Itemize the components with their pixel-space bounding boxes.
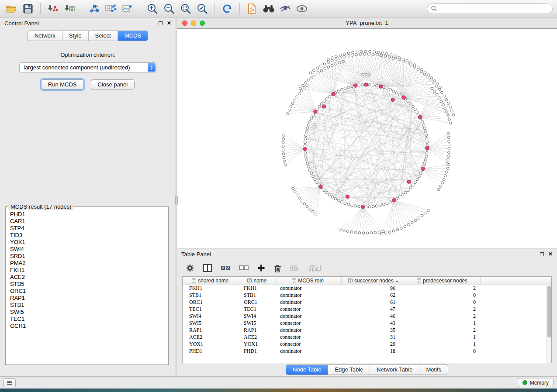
cell-MCDS-role[interactable]: dominator bbox=[276, 347, 341, 354]
mcds-result-item[interactable]: STB5 bbox=[10, 281, 164, 288]
cell-name[interactable]: ORC1 bbox=[240, 299, 276, 306]
cell-successor-nodes[interactable]: 35 bbox=[341, 327, 406, 334]
cell-successor-nodes[interactable]: 61 bbox=[341, 299, 406, 306]
cell-predecessor-nodes[interactable]: 0 bbox=[406, 299, 480, 306]
import-network-icon[interactable] bbox=[46, 3, 60, 15]
mcds-result-item[interactable]: ORC1 bbox=[10, 288, 164, 295]
save-session-icon[interactable] bbox=[21, 3, 35, 15]
mcds-result-item[interactable]: CAR1 bbox=[10, 218, 164, 225]
mcds-result-item[interactable]: TID3 bbox=[10, 232, 164, 239]
tab-network[interactable]: Network bbox=[28, 31, 62, 41]
open-folder-icon[interactable] bbox=[4, 3, 18, 15]
mcds-result-item[interactable]: YOX1 bbox=[10, 239, 164, 246]
cell-MCDS-role[interactable]: connector bbox=[276, 320, 341, 327]
cell-predecessor-nodes[interactable]: 2 bbox=[406, 327, 480, 334]
cell-name[interactable]: RAP1 bbox=[240, 327, 276, 334]
scrollbar-thumb[interactable] bbox=[547, 286, 551, 337]
export-image-icon[interactable] bbox=[121, 3, 135, 15]
find-binoculars-icon[interactable] bbox=[262, 3, 276, 15]
zoom-out-icon[interactable] bbox=[162, 3, 176, 15]
mcds-result-item[interactable]: PMA2 bbox=[10, 260, 164, 267]
column-header-predecessor-nodes[interactable]: predecessor nodes bbox=[406, 277, 480, 285]
cell-name[interactable]: PHD1 bbox=[240, 347, 276, 354]
cell-name[interactable]: SWI4 bbox=[240, 313, 276, 320]
window-minimize-button[interactable] bbox=[191, 21, 196, 26]
cell-predecessor-nodes[interactable]: 1 bbox=[406, 340, 480, 347]
cell-name[interactable]: STB1 bbox=[240, 292, 276, 299]
delete-column-trash-icon[interactable] bbox=[274, 264, 281, 272]
cell-predecessor-nodes[interactable]: 2 bbox=[406, 313, 480, 320]
column-header-MCDS-role[interactable]: MCDS role bbox=[276, 277, 341, 285]
network-canvas[interactable] bbox=[177, 29, 557, 248]
cell-successor-nodes[interactable]: 18 bbox=[341, 347, 406, 354]
cell-predecessor-nodes[interactable]: 0 bbox=[406, 292, 480, 299]
mcds-result-item[interactable]: STB1 bbox=[10, 302, 164, 309]
column-header-successor-nodes[interactable]: successor nodes bbox=[341, 277, 406, 285]
new-network-icon[interactable] bbox=[87, 3, 101, 15]
column-header-name[interactable]: name bbox=[240, 277, 276, 285]
table-settings-gear-icon[interactable] bbox=[186, 264, 194, 272]
tab-node-table[interactable]: Node Table bbox=[286, 365, 329, 375]
cell-name[interactable]: FKH1 bbox=[240, 285, 276, 292]
cell-successor-nodes[interactable]: 47 bbox=[341, 306, 406, 313]
cell-successor-nodes[interactable]: 29 bbox=[341, 340, 406, 347]
cell-successor-nodes[interactable]: 43 bbox=[341, 320, 406, 327]
column-header-shared-name[interactable]: shared name bbox=[183, 277, 240, 285]
mcds-result-list[interactable]: PHD1CAR1STP4TID3YOX1SWI4SRD1PMA2FKH1ACE2… bbox=[6, 210, 168, 364]
mcds-result-item[interactable]: PHD1 bbox=[10, 211, 164, 218]
window-zoom-button[interactable] bbox=[200, 21, 205, 26]
cell-MCDS-role[interactable]: connector bbox=[276, 334, 341, 340]
table-scrollbar[interactable] bbox=[547, 285, 551, 363]
table-row[interactable]: YOX1YOX1connector291 bbox=[183, 340, 551, 347]
table-row[interactable]: PHD1PHD1dominator180 bbox=[183, 347, 551, 354]
cell-shared-name[interactable]: RAP1 bbox=[183, 327, 240, 334]
table-row[interactable]: TEC1TEC1connector472 bbox=[183, 306, 551, 313]
cell-predecessor-nodes[interactable]: 2 bbox=[406, 285, 480, 292]
table-row[interactable]: SWI5SWI5connector431 bbox=[183, 320, 551, 327]
tab-network-table[interactable]: Network Table bbox=[370, 365, 419, 375]
float-table-panel-icon[interactable] bbox=[540, 252, 544, 256]
menu-list-icon[interactable] bbox=[3, 378, 16, 387]
cell-successor-nodes[interactable]: 96 bbox=[341, 285, 406, 292]
cell-MCDS-role[interactable]: dominator bbox=[276, 313, 341, 320]
share-document-icon[interactable] bbox=[245, 3, 259, 15]
splitter-handle-icon[interactable] bbox=[175, 196, 178, 205]
cell-MCDS-role[interactable]: connector bbox=[276, 340, 341, 347]
cell-shared-name[interactable]: ACE2 bbox=[183, 334, 240, 340]
tab-edge-table[interactable]: Edge Table bbox=[328, 365, 370, 375]
cell-shared-name[interactable]: YOX1 bbox=[183, 340, 240, 347]
cell-shared-name[interactable]: STB1 bbox=[183, 292, 240, 299]
cell-shared-name[interactable]: ORC1 bbox=[183, 299, 240, 306]
cell-shared-name[interactable]: TEC1 bbox=[183, 306, 240, 313]
cell-successor-nodes[interactable]: 31 bbox=[341, 334, 406, 340]
tab-style[interactable]: Style bbox=[62, 31, 89, 41]
mcds-result-item[interactable]: SWI4 bbox=[10, 246, 164, 253]
cell-MCDS-role[interactable]: connector bbox=[276, 306, 341, 313]
float-panel-icon[interactable] bbox=[159, 21, 163, 25]
mcds-result-item[interactable]: STP4 bbox=[10, 225, 164, 232]
table-row[interactable]: STB1STB1dominator620 bbox=[183, 292, 551, 299]
close-panel-icon[interactable]: ✕ bbox=[167, 21, 171, 26]
table-row[interactable]: FKH1FKH1dominator962 bbox=[183, 285, 551, 292]
cell-name[interactable]: TEC1 bbox=[240, 306, 276, 313]
window-close-button[interactable] bbox=[182, 21, 187, 26]
cell-predecessor-nodes[interactable]: 1 bbox=[406, 334, 480, 340]
tab-mcds[interactable]: MCDS bbox=[118, 31, 148, 41]
cell-MCDS-role[interactable]: dominator bbox=[276, 285, 341, 292]
cell-name[interactable]: YOX1 bbox=[240, 340, 276, 347]
tab-motifs[interactable]: Motifs bbox=[419, 365, 448, 375]
close-table-panel-icon[interactable]: ✕ bbox=[548, 251, 553, 257]
show-columns-icon[interactable] bbox=[203, 264, 212, 272]
zoom-in-icon[interactable] bbox=[145, 3, 159, 15]
mcds-result-item[interactable]: RAP1 bbox=[10, 295, 164, 302]
memory-button[interactable]: Memory bbox=[518, 378, 554, 387]
add-column-plus-icon[interactable] bbox=[257, 264, 265, 272]
select-all-icon[interactable] bbox=[221, 265, 230, 272]
table-row[interactable]: SWI4SWI4dominator462 bbox=[183, 313, 551, 320]
table-row[interactable]: ACE2ACE2connector311 bbox=[183, 334, 551, 340]
network-from-table-icon[interactable] bbox=[104, 3, 118, 15]
cell-predecessor-nodes[interactable]: 0 bbox=[406, 347, 480, 354]
run-mcds-button[interactable]: Run MCDS bbox=[41, 79, 84, 89]
cell-shared-name[interactable]: PHD1 bbox=[183, 347, 240, 354]
mcds-result-item[interactable]: TEC1 bbox=[10, 316, 164, 323]
